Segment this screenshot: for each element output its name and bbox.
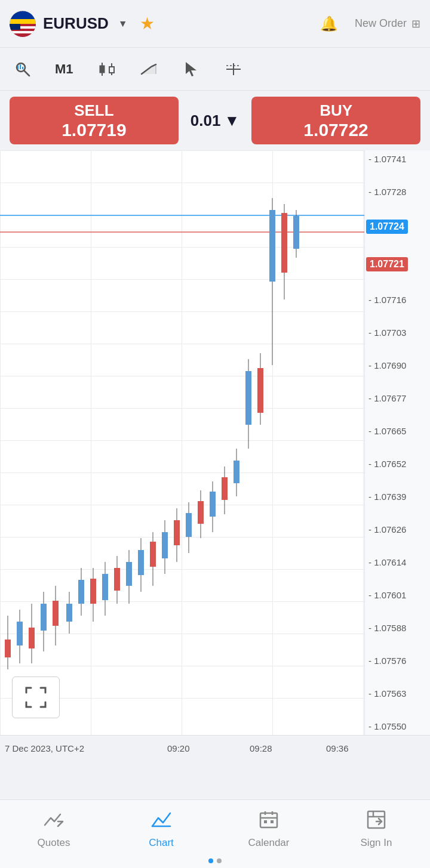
svg-rect-35 bbox=[53, 601, 59, 626]
svg-rect-1 bbox=[10, 19, 36, 24]
page-indicator bbox=[208, 858, 222, 868]
search-chart-button[interactable] bbox=[10, 58, 36, 80]
svg-rect-31 bbox=[29, 628, 35, 648]
new-order-button[interactable]: New Order ⊞ bbox=[355, 17, 420, 30]
indicator-button[interactable] bbox=[219, 58, 248, 80]
chart-area[interactable]: - 1.07741 - 1.07728 1.07724 1.07721 - 1.… bbox=[0, 150, 430, 735]
toolbar: M1 bbox=[0, 48, 430, 91]
price-level-8: - 1.07639 bbox=[365, 490, 430, 502]
svg-rect-82 bbox=[368, 811, 385, 828]
svg-rect-47 bbox=[126, 562, 132, 586]
candlestick-chart bbox=[0, 150, 364, 735]
price-level-7: - 1.07652 bbox=[365, 458, 430, 469]
favorite-icon[interactable]: ★ bbox=[140, 14, 155, 33]
sell-button[interactable]: SELL 1.07719 bbox=[10, 97, 179, 144]
svg-rect-81 bbox=[271, 820, 274, 823]
price-level-12: - 1.07588 bbox=[365, 622, 430, 634]
price-level-0: - 1.07741 bbox=[365, 153, 430, 165]
nav-item-calendar[interactable]: Calendar bbox=[215, 800, 322, 858]
time-label-date: 7 Dec 2023, UTC+2 bbox=[5, 743, 84, 753]
svg-rect-49 bbox=[138, 550, 144, 575]
new-order-icon: ⊞ bbox=[411, 17, 420, 30]
candlestick-type-button[interactable] bbox=[93, 58, 121, 80]
calendar-label: Calendar bbox=[248, 837, 290, 849]
price-level-1: - 1.07728 bbox=[365, 186, 430, 197]
svg-rect-57 bbox=[186, 513, 192, 537]
svg-rect-53 bbox=[162, 532, 168, 558]
svg-rect-9 bbox=[10, 33, 36, 37]
svg-rect-45 bbox=[114, 568, 120, 591]
svg-rect-37 bbox=[66, 604, 72, 622]
buy-label: BUY bbox=[320, 101, 352, 120]
svg-marker-22 bbox=[186, 62, 196, 76]
chart-label: Chart bbox=[149, 837, 174, 849]
svg-rect-39 bbox=[78, 580, 84, 604]
alert-icon[interactable]: 🔔 bbox=[320, 16, 338, 32]
price-level-15: - 1.07550 bbox=[365, 721, 430, 733]
quotes-label: Quotes bbox=[38, 837, 70, 849]
price-level-5: - 1.07677 bbox=[365, 392, 430, 404]
price-level-10: - 1.07614 bbox=[365, 557, 430, 569]
svg-rect-76 bbox=[260, 813, 277, 827]
svg-rect-51 bbox=[150, 542, 156, 567]
lot-size-selector[interactable]: 0.01 ▼ bbox=[186, 112, 244, 130]
svg-rect-61 bbox=[210, 492, 216, 517]
svg-rect-19 bbox=[109, 67, 114, 73]
nav-item-signin[interactable]: Sign In bbox=[322, 800, 430, 858]
price-level-4: - 1.07690 bbox=[365, 359, 430, 371]
sell-price: 1.07719 bbox=[62, 120, 126, 140]
svg-line-12 bbox=[24, 70, 30, 76]
svg-rect-59 bbox=[198, 501, 204, 524]
svg-rect-41 bbox=[90, 579, 96, 604]
svg-rect-55 bbox=[174, 520, 180, 545]
ask-price-badge: 1.07721 bbox=[366, 257, 408, 271]
price-level-9: - 1.07626 bbox=[365, 524, 430, 536]
chart-type-button[interactable] bbox=[136, 58, 164, 80]
lot-dropdown-arrow: ▼ bbox=[224, 112, 239, 130]
timeframe-button[interactable]: M1 bbox=[50, 59, 78, 79]
signin-label: Sign In bbox=[361, 837, 392, 849]
svg-rect-73 bbox=[281, 213, 287, 273]
time-label-0928: 09:28 bbox=[250, 743, 272, 753]
time-axis: 7 Dec 2023, UTC+2 09:20 09:28 09:36 bbox=[0, 735, 430, 761]
svg-rect-69 bbox=[257, 368, 263, 413]
header: EURUSD ▼ ★ 🔔 New Order ⊞ bbox=[0, 0, 430, 48]
cursor-button[interactable] bbox=[179, 58, 205, 80]
page-dot-1 bbox=[208, 858, 213, 863]
nav-items-row: Quotes Chart Cal bbox=[0, 800, 430, 858]
svg-rect-29 bbox=[17, 622, 23, 645]
calendar-icon bbox=[259, 810, 279, 835]
time-label-0936: 09:36 bbox=[326, 743, 349, 753]
price-level-11: - 1.07601 bbox=[365, 589, 430, 601]
sell-label: SELL bbox=[74, 101, 113, 120]
svg-rect-27 bbox=[5, 640, 11, 657]
chart-icon bbox=[150, 810, 173, 835]
price-level-2: - 1.07716 bbox=[365, 294, 430, 305]
buy-price: 1.07722 bbox=[303, 120, 368, 140]
svg-rect-80 bbox=[264, 820, 267, 823]
nav-item-chart[interactable]: Chart bbox=[108, 800, 215, 858]
price-level-13: - 1.07576 bbox=[365, 655, 430, 667]
price-level-14: - 1.07563 bbox=[365, 688, 430, 700]
svg-rect-75 bbox=[293, 216, 299, 249]
signin-icon bbox=[366, 810, 386, 835]
price-axis: - 1.07741 - 1.07728 1.07724 1.07721 - 1.… bbox=[364, 150, 430, 735]
svg-rect-43 bbox=[102, 574, 108, 600]
buy-button[interactable]: BUY 1.07722 bbox=[251, 97, 420, 144]
bottom-navigation: Quotes Chart Cal bbox=[0, 799, 430, 868]
svg-rect-63 bbox=[222, 477, 228, 500]
pair-dropdown-arrow[interactable]: ▼ bbox=[118, 18, 128, 29]
bid-price-badge: 1.07724 bbox=[366, 220, 408, 234]
pair-name: EURUSD bbox=[43, 14, 109, 33]
svg-rect-8 bbox=[10, 31, 36, 33]
lot-value: 0.01 bbox=[191, 112, 221, 130]
trade-row: SELL 1.07719 0.01 ▼ BUY 1.07722 bbox=[0, 91, 430, 150]
nav-item-quotes[interactable]: Quotes bbox=[0, 800, 108, 858]
svg-rect-65 bbox=[234, 461, 239, 483]
svg-rect-10 bbox=[10, 24, 20, 30]
svg-rect-71 bbox=[269, 210, 275, 282]
svg-rect-16 bbox=[100, 66, 105, 73]
time-label-0920: 09:20 bbox=[167, 743, 190, 753]
fullscreen-button[interactable] bbox=[12, 677, 60, 718]
currency-flag bbox=[10, 11, 36, 37]
